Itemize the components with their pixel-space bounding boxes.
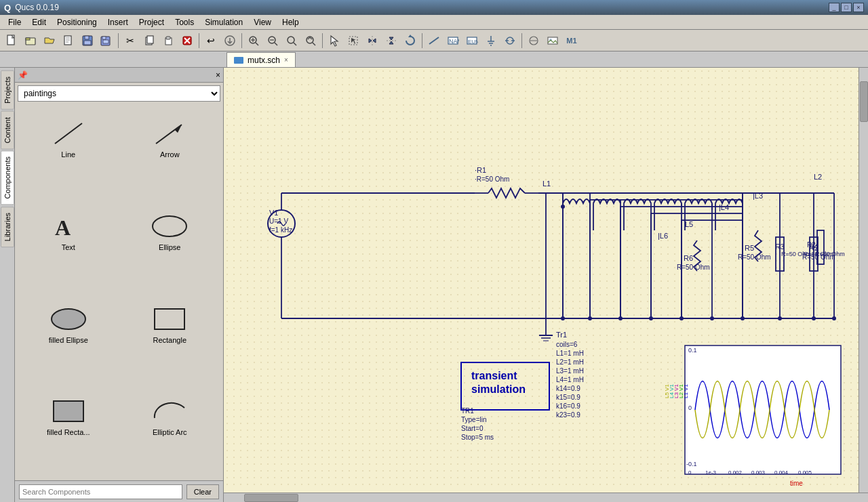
tb-cut[interactable]: ✂ bbox=[121, 32, 139, 49]
tb-delete[interactable] bbox=[178, 32, 196, 49]
tb-select[interactable] bbox=[326, 32, 343, 49]
menu-edit[interactable]: Edit bbox=[26, 16, 52, 28]
tab-label: mutx.sch bbox=[248, 56, 280, 65]
menu-tools[interactable]: Tools bbox=[170, 16, 199, 28]
svg-text:0: 0 bbox=[688, 469, 692, 476]
close-btn[interactable]: × bbox=[853, 3, 864, 12]
svg-text:R3: R3 bbox=[776, 243, 785, 251]
svg-text:TR1: TR1 bbox=[461, 407, 474, 415]
svg-rect-61 bbox=[155, 309, 184, 329]
svg-point-178 bbox=[618, 316, 623, 320]
comp-text[interactable]: A Text bbox=[18, 200, 119, 261]
svg-rect-9 bbox=[84, 41, 91, 45]
svg-text:L1=1 mH: L1=1 mH bbox=[556, 350, 584, 357]
svg-text:·R=50 Ohm: ·R=50 Ohm bbox=[475, 175, 509, 183]
tb-spice[interactable] bbox=[525, 32, 542, 49]
tb-import[interactable] bbox=[221, 32, 239, 49]
comp-filled-rect[interactable]: filled Recta... bbox=[18, 385, 119, 446]
lefttab-libraries[interactable]: Libraries bbox=[1, 207, 14, 247]
menu-insert[interactable]: Insert bbox=[102, 16, 134, 28]
line-icon bbox=[48, 117, 89, 150]
tabbar: mutx.sch × bbox=[0, 51, 868, 68]
tb-undo[interactable]: ↩ bbox=[202, 32, 220, 49]
tb-comp-name[interactable]: NAME bbox=[444, 32, 462, 49]
header-controls: 📌 bbox=[18, 70, 28, 80]
toolbar-sep-4 bbox=[322, 33, 323, 48]
menu-positioning[interactable]: Positioning bbox=[52, 16, 102, 28]
filled-ellipse-icon bbox=[48, 302, 89, 336]
svg-text:0.1: 0.1 bbox=[688, 347, 697, 354]
lefttab-content[interactable]: Content bbox=[1, 111, 14, 150]
window-controls[interactable]: _ □ × bbox=[829, 3, 864, 12]
tb-zoom-in-area[interactable] bbox=[245, 32, 262, 49]
tb-close[interactable] bbox=[60, 32, 77, 49]
comp-rectangle[interactable]: Rectangle bbox=[119, 293, 221, 354]
minimize-btn[interactable]: _ bbox=[829, 3, 840, 12]
horizontal-scrollbar[interactable] bbox=[224, 493, 868, 502]
menu-help[interactable]: Help bbox=[277, 16, 304, 28]
vertical-scrollbar[interactable] bbox=[859, 68, 868, 493]
sidepanel-pin[interactable]: 📌 bbox=[18, 70, 28, 80]
tb-m1[interactable]: M1 bbox=[563, 32, 580, 49]
app-icon: Q bbox=[4, 3, 11, 13]
tb-mirror-x[interactable] bbox=[363, 32, 381, 49]
hscroll-thumb[interactable] bbox=[244, 494, 298, 502]
clear-button[interactable]: Clear bbox=[186, 484, 219, 499]
tb-eq[interactable]: EUN bbox=[463, 32, 481, 49]
sidepanel-close-btn[interactable]: × bbox=[216, 70, 220, 80]
tb-copy[interactable] bbox=[140, 32, 158, 49]
menu-simulation[interactable]: Simulation bbox=[199, 16, 248, 28]
svg-line-39 bbox=[429, 37, 439, 44]
titlebar: Q Qucs 0.0.19 _ □ × bbox=[0, 0, 868, 15]
menu-view[interactable]: View bbox=[248, 16, 277, 28]
tb-paste[interactable] bbox=[159, 32, 177, 49]
tb-select-all[interactable] bbox=[344, 32, 362, 49]
comp-filled-ellipse[interactable]: filled Ellipse bbox=[18, 293, 119, 354]
elliptic-arc-icon bbox=[149, 394, 190, 428]
tb-node[interactable] bbox=[501, 32, 519, 49]
svg-point-182 bbox=[741, 316, 745, 320]
tb-open[interactable] bbox=[41, 32, 58, 49]
tb-mirror-y[interactable] bbox=[382, 32, 400, 49]
svg-line-23 bbox=[256, 43, 258, 45]
menu-project[interactable]: Project bbox=[134, 16, 170, 28]
tb-zoom-in[interactable] bbox=[264, 32, 281, 49]
tb-ground[interactable] bbox=[482, 32, 500, 49]
comp-arrow[interactable]: Arrow bbox=[119, 107, 221, 168]
svg-text:R=50 Ohm: R=50 Ohm bbox=[815, 251, 845, 257]
svg-text:L1: L1 bbox=[542, 180, 551, 188]
comp-line[interactable]: Line bbox=[18, 107, 119, 168]
tab-mutx[interactable]: mutx.sch × bbox=[226, 52, 296, 67]
schematic-view[interactable]: V1 U=1 V f=1 kHz ·R1 ·R=50 Ohm bbox=[224, 68, 859, 493]
comp-elliptic-arc[interactable]: Elliptic Arc bbox=[119, 385, 221, 446]
tb-save[interactable] bbox=[79, 32, 96, 49]
tab-close-btn[interactable]: × bbox=[284, 56, 288, 64]
tb-save-all[interactable] bbox=[98, 32, 115, 49]
tb-wire[interactable] bbox=[425, 32, 443, 49]
tb-zoom-out[interactable] bbox=[302, 32, 319, 49]
comp-ellipse[interactable]: Ellipse bbox=[119, 200, 221, 261]
tb-new[interactable] bbox=[3, 32, 20, 49]
category-select[interactable]: paintings bbox=[18, 85, 220, 102]
svg-text:k23=0.9: k23=0.9 bbox=[556, 411, 580, 419]
vscroll-thumb[interactable] bbox=[860, 81, 868, 122]
filled-rect-icon bbox=[48, 394, 89, 428]
comp-line-label: Line bbox=[61, 150, 75, 159]
svg-text:L5: L5 bbox=[685, 220, 693, 228]
search-input[interactable] bbox=[19, 484, 182, 499]
svg-text:EUN: EUN bbox=[468, 39, 478, 45]
maximize-btn[interactable]: □ bbox=[841, 3, 852, 12]
menu-file[interactable]: File bbox=[3, 16, 26, 28]
svg-marker-33 bbox=[331, 36, 338, 46]
category-row: paintings bbox=[15, 83, 223, 104]
tb-rotate[interactable] bbox=[401, 32, 419, 49]
svg-rect-62 bbox=[54, 401, 83, 421]
tb-image[interactable] bbox=[544, 32, 561, 49]
svg-text:k15=0.9: k15=0.9 bbox=[556, 394, 580, 401]
tb-open-lib[interactable] bbox=[22, 32, 39, 49]
comp-ellipse-label: Ellipse bbox=[159, 243, 180, 251]
tb-zoom-fit[interactable] bbox=[283, 32, 300, 49]
lefttab-projects[interactable]: Projects bbox=[1, 70, 14, 110]
lefttab-components[interactable]: Components bbox=[1, 150, 14, 205]
svg-text:L2=1 mH: L2=1 mH bbox=[556, 358, 584, 366]
